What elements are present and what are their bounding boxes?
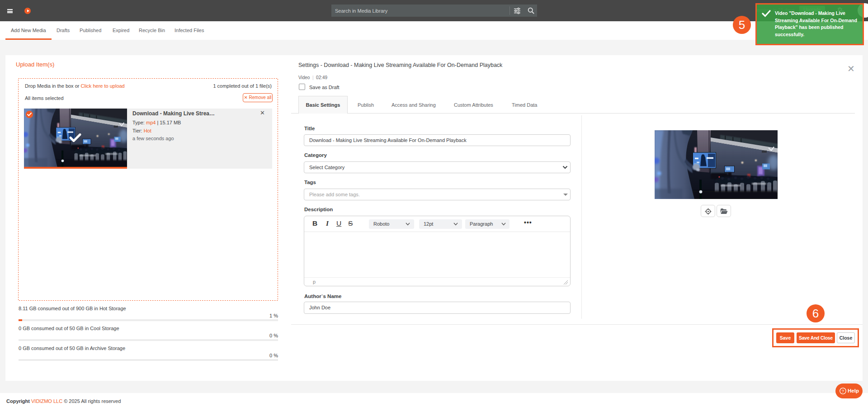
svg-text:?: ? [842, 388, 844, 393]
